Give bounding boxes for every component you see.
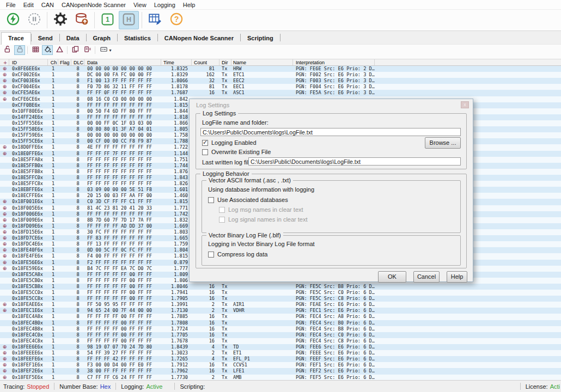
grid-view-button[interactable]	[30, 45, 41, 55]
table-row[interactable]: 0x18FEC4A8x18FF FF FF FF 00 FF FF FF1.78…	[0, 314, 561, 320]
expand-icon[interactable]: ⊕	[0, 344, 9, 350]
table-edit-button[interactable]	[145, 11, 165, 29]
tab-send[interactable]: Send	[32, 33, 59, 44]
expand-icon[interactable]: ⊕	[0, 78, 9, 84]
logfile-input[interactable]: C:\Users\Public\Documents\logs\LogFile.t…	[200, 128, 461, 136]
expand-icon[interactable]: ⊕	[0, 84, 9, 90]
column-header-dlc[interactable]: DLC	[71, 59, 84, 65]
settings-button[interactable]	[50, 11, 70, 29]
column-header-expand[interactable]: +	[0, 59, 9, 65]
table-row[interactable]: ⊕0xCF002E6x18DC 00 00 FA FC 00 00 FF1.83…	[0, 72, 561, 78]
expand-icon[interactable]: ⊕	[0, 375, 9, 380]
table-row[interactable]: ⊕0x8FE6EE6x1800 00 00 00 00 00 00 001.83…	[0, 66, 561, 72]
column-header-time[interactable]: Time	[161, 59, 192, 65]
expand-icon[interactable]: ⊕	[0, 151, 9, 157]
expand-icon[interactable]: ⊕	[0, 90, 9, 96]
fill-color-button[interactable]	[42, 45, 53, 55]
expand-icon[interactable]: ⊕	[0, 241, 9, 247]
checkbox-box[interactable]	[208, 252, 214, 258]
table-row[interactable]: ⊕0x18FEC1E6x1894 65 24 00 7F 44 00 001.7…	[0, 308, 561, 314]
table-row[interactable]: 0x18FE5CB8x18FF FF FF FF FF 00 FF FF1.80…	[0, 284, 561, 290]
database-upload-button[interactable]	[71, 11, 92, 29]
table-row[interactable]: ⊕0x18FEF5E6x18C7 FF FF C6 24 FF FF FF1.7…	[0, 375, 561, 380]
tab-graph[interactable]: Graph	[87, 33, 117, 44]
use-associated-databases-checkbox[interactable]: Use Associated databases	[208, 197, 288, 203]
close-icon[interactable]: x	[461, 101, 469, 108]
column-header-flag[interactable]: Flag	[58, 59, 71, 65]
tab-scripting[interactable]: Scripting	[241, 33, 280, 44]
table-row[interactable]: 0x18FE5CC0x18FF FF FF FF FF 00 FF FF1.79…	[0, 290, 561, 296]
column-header-name[interactable]: Name	[231, 59, 293, 65]
expand-icon[interactable]: ⊕	[0, 229, 9, 235]
table-row[interactable]: ⊕0xCF004E6x18F0 7D 86 32 11 FF FF FF1.81…	[0, 84, 561, 90]
expand-icon[interactable]: ⊕	[0, 308, 9, 314]
expand-icon[interactable]: ⊕	[0, 350, 9, 356]
table-row[interactable]: 0x18FE5CC8x18FF FF FF FF FF 00 FF FF1.79…	[0, 296, 561, 302]
tab-trace[interactable]: Trace	[1, 32, 31, 45]
tab-data[interactable]: Data	[60, 33, 86, 44]
column-header-ch[interactable]: Ch	[48, 59, 58, 65]
connect-button[interactable]	[3, 11, 23, 29]
table-row[interactable]: 0x18FEC4B8x18FF FF FF FF 00 FF FF FF1.77…	[0, 326, 561, 332]
last-written-input[interactable]: C:\Users\Public\Documents\logs\LogFile.t…	[248, 157, 461, 166]
column-header-interpretation[interactable]: Interpretation	[293, 59, 375, 65]
logging-enabled-checkbox[interactable]: Logging Enabled	[202, 139, 257, 146]
overwrite-existing-checkbox[interactable]: Overwrite Existing File	[202, 149, 271, 155]
tab-statistics[interactable]: Statistics	[118, 33, 157, 44]
expand-icon[interactable]: ⊕	[0, 96, 9, 102]
expand-icon[interactable]: ⊕	[0, 253, 9, 259]
expand-icon[interactable]: ⊕	[0, 66, 9, 72]
menu-help[interactable]: Help	[179, 2, 199, 8]
table-row[interactable]: ⊕0x18FEE6E6x1898 19 07 07 70 24 7D 801.8…	[0, 344, 561, 350]
column-header-data[interactable]: Data	[84, 59, 161, 65]
table-row[interactable]: ⊕0x18FEF2E6x1838 00 FF FF FF FF FF FF1.7…	[0, 368, 561, 374]
expand-icon[interactable]: ⊕	[0, 362, 9, 368]
compress-log-data-checkbox[interactable]: Compress log data	[208, 251, 267, 258]
delta-time-button[interactable]	[54, 45, 65, 55]
copy-button[interactable]	[70, 45, 81, 55]
expand-icon[interactable]: ⊕	[0, 211, 9, 217]
cancel-button[interactable]: Cancel	[413, 271, 440, 283]
display-options-button[interactable]: ▾	[97, 45, 114, 55]
expand-icon[interactable]: ⊕	[0, 266, 9, 272]
expand-icon[interactable]: ⊕	[0, 205, 9, 211]
expand-icon[interactable]: ⊕	[0, 72, 9, 78]
hex-base-button[interactable]: H	[119, 11, 139, 29]
table-row[interactable]: ⊕0x18FEF1E6x18F3 00 00 D4 00 FF E0 FF1.7…	[0, 362, 561, 368]
lock-button[interactable]	[14, 45, 25, 55]
expand-icon[interactable]: ⊕	[0, 217, 9, 223]
menu-view[interactable]: View	[130, 2, 150, 8]
expand-icon[interactable]: ⊕	[0, 223, 9, 229]
checkbox-box[interactable]	[208, 197, 214, 203]
column-header-count[interactable]: Count	[192, 59, 219, 65]
table-row[interactable]: ⊕0x18FEAEE6x18FF 50 95 95 FF FF FF FF1.3…	[0, 302, 561, 308]
column-header-id[interactable]: ID	[9, 59, 48, 65]
table-row[interactable]: 0x18FEC4C0x18FF FF FF FF 00 FF FF FF1.77…	[0, 332, 561, 338]
expand-icon[interactable]: ⊕	[0, 368, 9, 374]
table-row[interactable]: ⊕0x18FEEFE6x18FF FF FF 42 FF FF FF FF1.7…	[0, 356, 561, 362]
table-row[interactable]: 0x18FEC4C8x18FF FF FF FF 00 FF FF FF1.76…	[0, 338, 561, 344]
column-header-dir[interactable]: Dir	[219, 59, 231, 65]
expand-icon[interactable]: ⊕	[0, 144, 9, 150]
expand-icon[interactable]: ⊕	[0, 260, 9, 266]
table-row[interactable]: ⊕0xCFE5AE6x18FF FF 0F FF FF FF FF FF1.76…	[0, 90, 561, 96]
decimal-base-button[interactable]: 1	[97, 11, 118, 29]
expand-icon[interactable]: ⊕	[0, 235, 9, 241]
table-row[interactable]: ⊕0x18FEEEE6x1854 FF 39 27 FF FF FF FF1.3…	[0, 350, 561, 356]
table-row[interactable]: ⊕0xCF003E6x18F1 00 13 FF FF FF FF FF1.80…	[0, 78, 561, 84]
browse-button[interactable]: Browse ...	[425, 137, 461, 149]
expand-icon[interactable]: ⊕	[0, 302, 9, 308]
table-row[interactable]: 0x18FEC4B0x18FF FF FF FF 00 FF FF FF1.78…	[0, 320, 561, 326]
menu-edit[interactable]: Edit	[20, 2, 38, 8]
tab-canopen-node-scanner[interactable]: CANopen Node Scanner	[158, 33, 240, 44]
expand-icon[interactable]: ⊕	[0, 247, 9, 253]
menu-canopennode-scanner[interactable]: CANopenNode Scanner	[58, 2, 130, 8]
menu-can[interactable]: CAN	[38, 2, 58, 8]
expand-icon[interactable]: ⊕	[0, 356, 9, 362]
menu-file[interactable]: File	[2, 2, 20, 8]
pause-button[interactable]	[24, 11, 44, 29]
expand-icon[interactable]: ⊕	[0, 199, 9, 205]
help-button[interactable]: ?	[166, 11, 186, 29]
help-dialog-button[interactable]: Help	[447, 271, 467, 283]
column-format-button[interactable]	[82, 45, 93, 55]
